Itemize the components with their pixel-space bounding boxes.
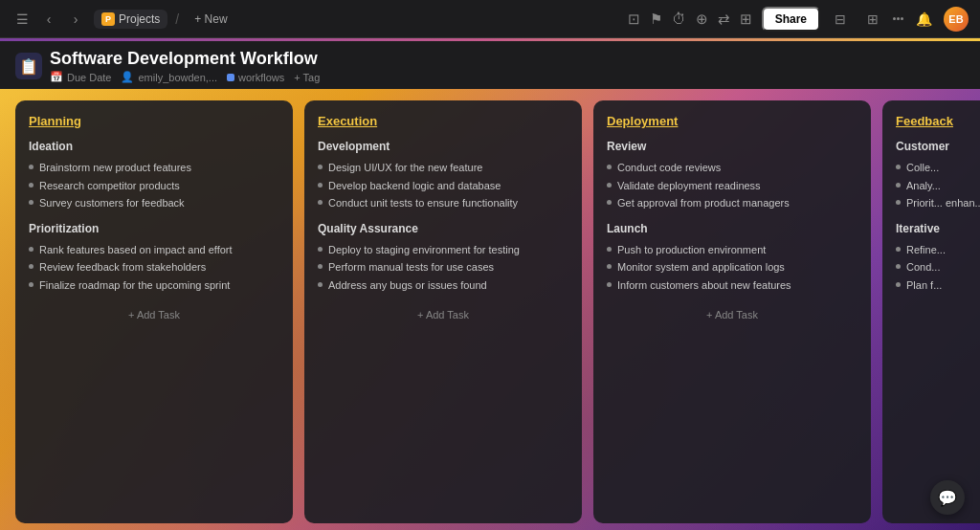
- section-prioritization-title: Prioritization: [29, 222, 279, 235]
- list-item: Refine...: [896, 241, 980, 259]
- column-planning-header[interactable]: Planning: [29, 114, 279, 128]
- search-icon[interactable]: ⊕: [696, 11, 708, 28]
- list-item: Research competitor products: [29, 177, 279, 195]
- more-options-button[interactable]: [893, 17, 903, 20]
- bullet-icon: [607, 282, 612, 287]
- add-task-button-deployment[interactable]: + Add Task: [607, 303, 858, 326]
- task-label: Design UI/UX for the new feature: [328, 160, 482, 176]
- section-review-title: Review: [607, 140, 858, 153]
- task-label: Refine...: [906, 242, 946, 258]
- timer-icon[interactable]: ⏱: [672, 11, 686, 27]
- task-label: Research competitor products: [39, 178, 180, 194]
- task-label: Colle...: [906, 160, 939, 176]
- column-planning: Planning Ideation Brainstorm new product…: [15, 100, 293, 523]
- column-feedback: Feedback Customer Colle... Analy... Prio…: [882, 100, 980, 523]
- task-label: Inform customers about new features: [617, 277, 791, 294]
- task-label: Push to production environment: [617, 242, 766, 258]
- section-development-title: Development: [318, 140, 568, 153]
- bullet-icon: [607, 200, 612, 205]
- grid-icon[interactable]: ⊞: [740, 11, 752, 28]
- iterative-task-list: Refine... Cond... Plan f...: [896, 241, 980, 295]
- bullet-icon: [896, 183, 901, 188]
- list-item: Perform manual tests for use cases: [318, 258, 568, 276]
- task-label: Perform manual tests for use cases: [328, 259, 494, 276]
- bullet-icon: [29, 264, 33, 269]
- bell-icon[interactable]: 🔔: [911, 7, 936, 32]
- customer-task-list: Colle... Analy... Priorit... enhan...: [896, 159, 980, 212]
- task-label: Conduct unit tests to ensure functionali…: [328, 195, 518, 211]
- bullet-icon: [318, 264, 323, 269]
- kanban-board: Planning Ideation Brainstorm new product…: [0, 89, 980, 530]
- column-deployment-header[interactable]: Deployment: [607, 114, 858, 128]
- list-item: Deploy to staging environment for testin…: [318, 241, 568, 259]
- projects-label: Projects: [119, 12, 160, 26]
- ideation-task-list: Brainstorm new product features Research…: [29, 159, 279, 212]
- task-label: Deploy to staging environment for testin…: [328, 242, 520, 258]
- add-task-button-execution[interactable]: + Add Task: [318, 303, 568, 326]
- bullet-icon: [29, 165, 33, 169]
- column-execution: Execution Development Design UI/UX for t…: [304, 100, 582, 523]
- section-launch-title: Launch: [607, 222, 858, 235]
- view-toggle-icon[interactable]: ⊟: [828, 7, 853, 32]
- projects-icon: P: [101, 12, 115, 26]
- bullet-icon: [896, 282, 901, 287]
- user-tag[interactable]: 👤 emily_bowden,...: [121, 71, 217, 83]
- list-item: Brainstorm new product features: [29, 159, 279, 177]
- workflows-tag[interactable]: workflows: [227, 72, 284, 83]
- list-item: Plan f...: [896, 276, 980, 295]
- bullet-icon: [318, 247, 323, 252]
- new-button[interactable]: + New: [187, 10, 234, 29]
- share-button[interactable]: Share: [762, 7, 820, 32]
- task-label: Plan f...: [906, 277, 942, 294]
- list-item: Analy...: [896, 177, 980, 195]
- bullet-icon: [896, 200, 901, 205]
- notification-icon[interactable]: ⚑: [650, 11, 662, 28]
- bullet-icon: [896, 247, 901, 252]
- forward-button[interactable]: ›: [65, 9, 86, 30]
- task-label: Cond...: [906, 259, 940, 276]
- workflows-label: workflows: [238, 72, 284, 83]
- inbox-icon[interactable]: ⊡: [628, 11, 640, 28]
- sidebar-toggle-button[interactable]: ☰: [11, 9, 33, 30]
- list-item: Inform customers about new features: [607, 276, 858, 295]
- title-meta: 📅 Due Date 👤 emily_bowden,... workflows …: [50, 71, 320, 83]
- chat-bubble-button[interactable]: 💬: [930, 480, 965, 515]
- bullet-icon: [318, 183, 323, 188]
- avatar[interactable]: EB: [944, 7, 969, 32]
- column-feedback-header[interactable]: Feedback: [896, 114, 980, 128]
- section-customer-title: Customer: [896, 140, 980, 153]
- bullet-icon: [607, 165, 612, 169]
- column-execution-header[interactable]: Execution: [318, 114, 568, 128]
- list-item: Conduct code reviews: [607, 159, 858, 177]
- due-date-label: Due Date: [67, 72, 111, 83]
- back-button[interactable]: ‹: [38, 9, 59, 30]
- bullet-icon: [29, 183, 33, 188]
- bullet-icon: [29, 247, 33, 252]
- task-label: Validate deployment readiness: [617, 178, 761, 194]
- calendar-icon: 📅: [50, 71, 63, 83]
- list-item: Conduct unit tests to ensure functionali…: [318, 194, 568, 212]
- tag-dot: [227, 74, 234, 81]
- launch-task-list: Push to production environment Monitor s…: [607, 241, 858, 295]
- projects-button[interactable]: P Projects: [94, 10, 167, 29]
- layout-icon[interactable]: ⊞: [860, 7, 885, 32]
- page-title: Software Development Workflow: [50, 49, 320, 69]
- task-label: Monitor system and application logs: [617, 259, 785, 276]
- due-date-tag[interactable]: 📅 Due Date: [50, 71, 111, 83]
- qa-task-list: Deploy to staging environment for testin…: [318, 241, 568, 295]
- breadcrumb-separator: /: [175, 11, 179, 27]
- list-item: Rank features based on impact and effort: [29, 241, 279, 259]
- bullet-icon: [607, 264, 612, 269]
- share-network-icon[interactable]: ⇄: [718, 11, 730, 28]
- user-label: emily_bowden,...: [138, 72, 217, 83]
- nav-buttons: ☰ ‹ ›: [11, 9, 86, 30]
- new-label: + New: [194, 12, 227, 26]
- toolbar-tools: ⊡ ⚑ ⏱ ⊕ ⇄ ⊞ Share ⊟ ⊞ 🔔 EB: [628, 7, 969, 32]
- add-task-button-planning[interactable]: + Add Task: [29, 303, 279, 326]
- section-qa-title: Quality Assurance: [318, 222, 568, 235]
- bullet-icon: [318, 165, 323, 169]
- list-item: Design UI/UX for the new feature: [318, 159, 568, 177]
- title-icon: 📋: [15, 53, 42, 79]
- section-iterative-title: Iterative: [896, 222, 980, 235]
- add-tag-button[interactable]: + Tag: [294, 72, 320, 83]
